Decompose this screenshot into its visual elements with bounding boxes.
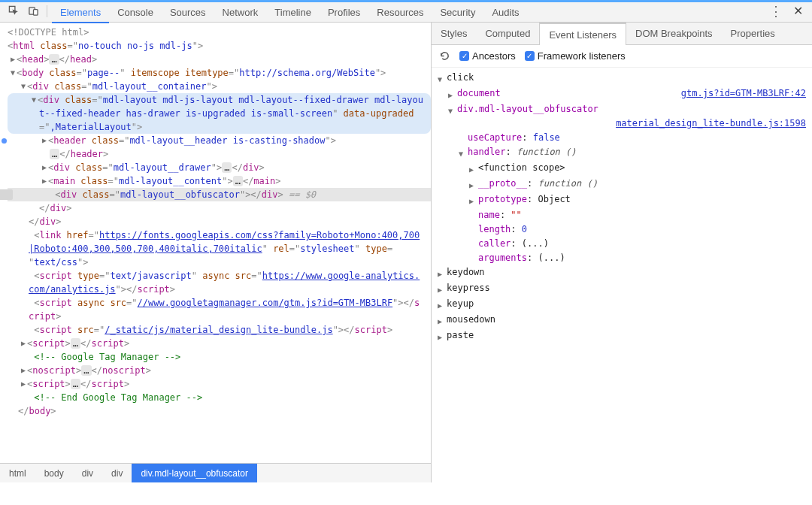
- tab-elements[interactable]: Elements: [52, 2, 109, 23]
- dom-node[interactable]: </div>: [8, 215, 431, 228]
- tab-resources[interactable]: Resources: [368, 2, 432, 23]
- tab-profiles[interactable]: Profiles: [320, 2, 368, 23]
- dom-node[interactable]: ▶<header class="mdl-layout__header is-ca…: [8, 134, 431, 161]
- property-row[interactable]: ▶prototype: Object: [438, 192, 806, 208]
- breadcrumb-item[interactable]: div: [102, 464, 132, 482]
- expand-toggle[interactable]: ▼: [30, 93, 38, 107]
- dom-node-selected[interactable]: <div class="mdl-layout__obfuscator"></di…: [8, 188, 431, 201]
- tab-properties[interactable]: Properties: [722, 23, 784, 44]
- dom-node[interactable]: ▶<script>…</script>: [8, 337, 431, 350]
- ellipsis[interactable]: …: [81, 365, 91, 376]
- breakpoint-dot[interactable]: [0, 134, 9, 147]
- tab-styles[interactable]: Styles: [432, 23, 476, 44]
- dom-node[interactable]: ▶<div class="mdl-layout__drawer">…</div>: [8, 161, 431, 174]
- kebab-menu-icon[interactable]: ⋮: [769, 5, 783, 18]
- event-listeners-tree[interactable]: ▼click ▶documentgtm.js?id=GTM-MB3LRF:42 …: [432, 68, 812, 347]
- expand-toggle[interactable]: ▶: [9, 53, 17, 66]
- expand-toggle[interactable]: ▼: [438, 71, 447, 86]
- event-category[interactable]: ▼click: [438, 71, 806, 86]
- tab-network[interactable]: Network: [214, 2, 267, 23]
- expand-toggle[interactable]: ▶: [20, 377, 27, 391]
- dom-node[interactable]: </body>: [8, 404, 431, 418]
- dom-node[interactable]: <!-- End Google Tag Manager -->: [8, 391, 431, 404]
- ellipsis[interactable]: …: [233, 176, 243, 186]
- dom-node[interactable]: </div>: [8, 201, 431, 215]
- expand-toggle[interactable]: ▼: [459, 145, 468, 161]
- breadcrumb-item[interactable]: div: [73, 464, 102, 482]
- tab-audits[interactable]: Audits: [483, 2, 527, 23]
- breadcrumb-item[interactable]: body: [35, 464, 73, 482]
- ellipsis[interactable]: …: [222, 162, 232, 173]
- expand-toggle[interactable]: ▶: [41, 161, 48, 174]
- property-row[interactable]: ▼handler: function (): [438, 145, 806, 161]
- property-row[interactable]: caller: (...): [438, 237, 806, 251]
- dom-node[interactable]: ▶<script>…</script>: [8, 377, 431, 391]
- dom-node[interactable]: <html class="no-touch no-js mdl-js">: [8, 39, 431, 53]
- property-row[interactable]: length: 0: [438, 222, 806, 237]
- property-row[interactable]: arguments: (...): [438, 251, 806, 265]
- source-link[interactable]: gtm.js?id=GTM-MB3LRF:42: [681, 86, 806, 101]
- breadcrumb-item-selected[interactable]: div.mdl-layout__obfuscator: [132, 464, 257, 482]
- dom-node[interactable]: <!-- Google Tag Manager -->: [8, 350, 431, 364]
- expand-toggle[interactable]: ▶: [438, 313, 447, 328]
- listener-row[interactable]: ▶documentgtm.js?id=GTM-MB3LRF:42: [438, 86, 806, 102]
- property-row[interactable]: ▶__proto__: function (): [438, 177, 806, 192]
- close-devtools-icon[interactable]: ✕: [793, 4, 803, 18]
- expand-toggle[interactable]: ▶: [41, 134, 48, 147]
- inspect-element-icon[interactable]: [8, 5, 20, 17]
- dom-tree[interactable]: <!DOCTYPE html> <html class="no-touch no…: [0, 23, 431, 463]
- tab-dom-breakpoints[interactable]: DOM Breakpoints: [626, 23, 722, 44]
- expand-toggle[interactable]: ▶: [438, 297, 447, 313]
- dom-node[interactable]: <!DOCTYPE html>: [8, 26, 431, 39]
- dom-node[interactable]: ▼<body class="page--" itemscope itemtype…: [8, 66, 431, 80]
- expand-toggle[interactable]: ▶: [469, 192, 478, 208]
- property-row[interactable]: useCapture: false: [438, 131, 806, 145]
- ellipsis[interactable]: …: [71, 338, 80, 349]
- dom-node[interactable]: <script type="text/javascript" async src…: [8, 269, 431, 296]
- source-link[interactable]: material_design_lite-bundle.js:1598: [616, 116, 806, 131]
- dom-node[interactable]: ▼<div class="mdl-layout mdl-js-layout md…: [8, 93, 431, 134]
- expand-toggle[interactable]: ▶: [20, 337, 27, 350]
- dom-node[interactable]: <link href="https://fonts.googleapis.com…: [8, 228, 431, 269]
- refresh-icon[interactable]: [439, 50, 450, 62]
- event-category[interactable]: ▶mousedown: [438, 313, 806, 328]
- expand-toggle[interactable]: ▶: [469, 177, 478, 192]
- listener-row[interactable]: ▼div.mdl-layout__obfuscatormaterial_desi…: [438, 102, 806, 131]
- ellipsis[interactable]: …: [50, 149, 59, 159]
- expand-toggle[interactable]: ▼: [20, 80, 27, 93]
- dom-node[interactable]: ▶<noscript>…</noscript>: [8, 364, 431, 377]
- expand-toggle[interactable]: ▶: [438, 328, 447, 344]
- expand-toggle[interactable]: ▼: [9, 66, 17, 80]
- event-category[interactable]: ▶paste: [438, 328, 806, 344]
- dom-node[interactable]: ▼<div class="mdl-layout__container">: [8, 80, 431, 93]
- expand-toggle[interactable]: ▶: [438, 265, 447, 281]
- expand-toggle[interactable]: ▶: [448, 86, 457, 102]
- breadcrumb-item[interactable]: html: [0, 464, 35, 482]
- expand-toggle[interactable]: ▶: [438, 281, 447, 297]
- property-row[interactable]: ▶<function scope>: [438, 161, 806, 177]
- dom-node[interactable]: ▶<main class="mdl-layout__content">…</ma…: [8, 174, 431, 188]
- event-category[interactable]: ▶keyup: [438, 297, 806, 313]
- ancestors-checkbox[interactable]: ✓ Ancestors: [459, 50, 516, 62]
- device-toggle-icon[interactable]: [27, 5, 39, 17]
- ellipsis[interactable]: …: [71, 379, 80, 389]
- dom-node[interactable]: <script async src="//www.googletagmanage…: [8, 296, 431, 323]
- framework-checkbox[interactable]: ✓ Framework listeners: [525, 50, 626, 62]
- property-row[interactable]: name: "": [438, 208, 806, 222]
- expand-toggle[interactable]: ▶: [469, 161, 478, 177]
- tab-sources[interactable]: Sources: [162, 2, 214, 23]
- dom-node[interactable]: <script src="/_static/js/material_design…: [8, 323, 431, 337]
- tab-timeline[interactable]: Timeline: [266, 2, 320, 23]
- tab-console[interactable]: Console: [109, 2, 162, 23]
- event-category[interactable]: ▶keydown: [438, 265, 806, 281]
- tab-event-listeners[interactable]: Event Listeners: [539, 23, 626, 45]
- tab-security[interactable]: Security: [432, 2, 483, 23]
- expand-toggle[interactable]: ▼: [448, 102, 457, 118]
- selected-marker: [0, 188, 9, 201]
- ellipsis[interactable]: …: [49, 54, 59, 65]
- dom-node[interactable]: ▶<head>…</head>: [8, 53, 431, 66]
- expand-toggle[interactable]: ▶: [20, 364, 27, 377]
- event-category[interactable]: ▶keypress: [438, 281, 806, 297]
- expand-toggle[interactable]: ▶: [41, 174, 48, 188]
- tab-computed[interactable]: Computed: [476, 23, 539, 44]
